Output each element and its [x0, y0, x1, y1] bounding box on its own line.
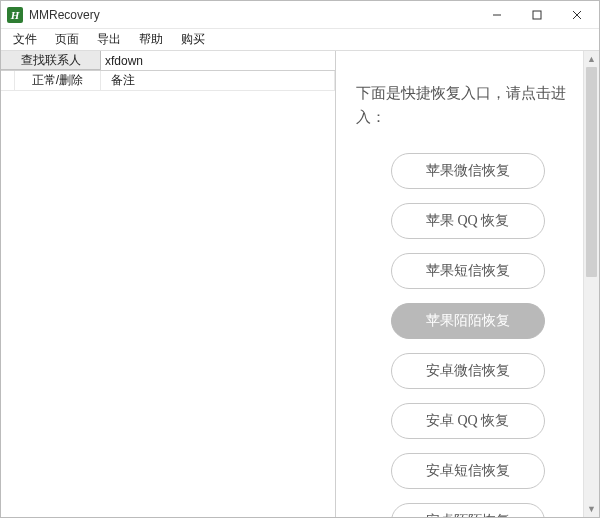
right-panel: 下面是快捷恢复入口，请点击进入： 苹果微信恢复 苹果 QQ 恢复 苹果短信恢复 … — [336, 51, 599, 517]
menu-file[interactable]: 文件 — [5, 29, 45, 50]
recover-android-momo[interactable]: 安卓陌陌恢复 — [391, 503, 545, 518]
intro-text: 下面是快捷恢复入口，请点击进入： — [352, 81, 583, 129]
minimize-button[interactable] — [477, 2, 517, 28]
app-icon: H — [7, 7, 23, 23]
content-area: 查找联系人 正常/删除 备注 下面是快捷恢复入口，请点击进入： 苹果微信恢复 苹… — [1, 51, 599, 517]
scroll-down-icon[interactable]: ▼ — [584, 501, 599, 517]
recover-label: 苹果微信恢复 — [426, 162, 510, 180]
vertical-scrollbar[interactable]: ▲ ▼ — [583, 51, 599, 517]
window-controls — [477, 2, 597, 28]
menu-page[interactable]: 页面 — [47, 29, 87, 50]
table-body — [1, 91, 335, 517]
recover-android-sms[interactable]: 安卓短信恢复 — [391, 453, 545, 489]
recover-apple-qq[interactable]: 苹果 QQ 恢复 — [391, 203, 545, 239]
recover-apple-sms[interactable]: 苹果短信恢复 — [391, 253, 545, 289]
recover-label: 安卓 QQ 恢复 — [426, 412, 509, 430]
maximize-button[interactable] — [517, 2, 557, 28]
menu-buy[interactable]: 购买 — [173, 29, 213, 50]
titlebar: H MMRecovery — [1, 1, 599, 29]
scroll-thumb[interactable] — [586, 67, 597, 277]
recover-list: 苹果微信恢复 苹果 QQ 恢复 苹果短信恢复 苹果陌陌恢复 安卓微信恢复 安卓 … — [352, 153, 583, 518]
recover-label: 苹果陌陌恢复 — [426, 312, 510, 330]
svg-rect-1 — [533, 11, 541, 19]
scroll-up-icon[interactable]: ▲ — [584, 51, 599, 67]
col-remark[interactable]: 备注 — [101, 71, 335, 90]
recover-label: 安卓短信恢复 — [426, 462, 510, 480]
close-icon — [572, 10, 582, 20]
menubar: 文件 页面 导出 帮助 购买 — [1, 29, 599, 51]
maximize-icon — [532, 10, 542, 20]
search-row: 查找联系人 — [1, 51, 335, 71]
close-button[interactable] — [557, 2, 597, 28]
window-title: MMRecovery — [29, 8, 477, 22]
left-panel: 查找联系人 正常/删除 备注 — [1, 51, 336, 517]
recover-apple-momo[interactable]: 苹果陌陌恢复 — [391, 303, 545, 339]
recover-label: 苹果短信恢复 — [426, 262, 510, 280]
menu-help[interactable]: 帮助 — [131, 29, 171, 50]
recover-label: 苹果 QQ 恢复 — [426, 212, 509, 230]
recover-label: 安卓陌陌恢复 — [426, 512, 510, 518]
recover-label: 安卓微信恢复 — [426, 362, 510, 380]
recover-android-qq[interactable]: 安卓 QQ 恢复 — [391, 403, 545, 439]
col-status[interactable]: 正常/删除 — [15, 71, 101, 90]
recover-android-wechat[interactable]: 安卓微信恢复 — [391, 353, 545, 389]
col-blank — [1, 71, 15, 90]
search-contacts-button[interactable]: 查找联系人 — [1, 51, 101, 70]
menu-export[interactable]: 导出 — [89, 29, 129, 50]
recover-apple-wechat[interactable]: 苹果微信恢复 — [391, 153, 545, 189]
search-input[interactable] — [101, 51, 335, 70]
minimize-icon — [492, 10, 502, 20]
table-header: 正常/删除 备注 — [1, 71, 335, 91]
